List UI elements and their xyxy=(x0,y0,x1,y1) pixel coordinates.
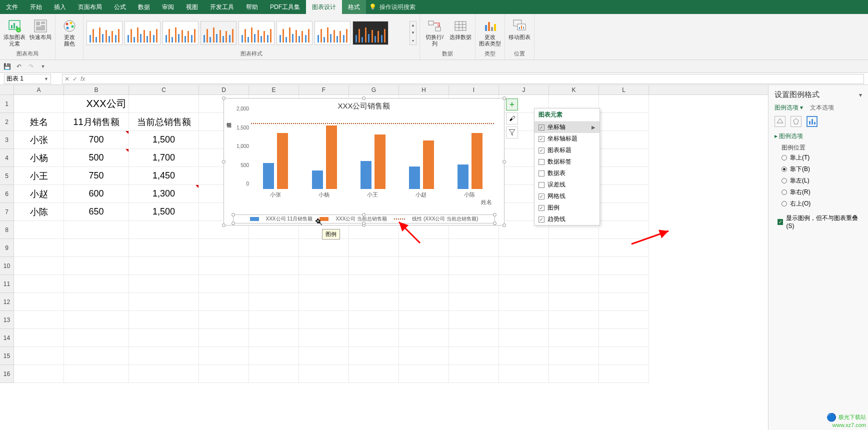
tab-help[interactable]: 帮助 xyxy=(240,0,264,14)
cell[interactable] xyxy=(399,347,449,365)
add-chart-element-button[interactable]: + 添加图表 元素 xyxy=(3,16,26,47)
cell[interactable]: 700 xyxy=(64,131,129,149)
cell[interactable] xyxy=(599,293,649,311)
show-legend-checkbox[interactable]: ✓ xyxy=(778,219,783,225)
cell[interactable]: 小陈 xyxy=(14,203,64,221)
formula-bar[interactable]: ✕ ✓ fx xyxy=(62,74,864,84)
cell[interactable] xyxy=(199,239,249,257)
cell[interactable] xyxy=(14,239,64,257)
cell[interactable] xyxy=(299,311,349,329)
row-header[interactable]: 12 xyxy=(0,293,14,311)
cell[interactable] xyxy=(129,293,199,311)
cell[interactable] xyxy=(14,365,64,383)
flyout-item-gridline[interactable]: ✓网格线 xyxy=(534,190,600,202)
cell[interactable] xyxy=(129,311,199,329)
cell[interactable] xyxy=(14,293,64,311)
cell[interactable] xyxy=(129,329,199,347)
cell[interactable]: 600 xyxy=(64,185,129,203)
tab-dev[interactable]: 开发工具 xyxy=(204,0,240,14)
flyout-item-legend[interactable]: ✓图例 xyxy=(534,202,600,214)
cell[interactable] xyxy=(249,275,299,293)
col-header[interactable]: I xyxy=(449,85,499,94)
cell[interactable] xyxy=(199,329,249,347)
pane-tab-legend-options[interactable]: 图例选项 ▾ xyxy=(774,104,803,112)
cell[interactable] xyxy=(129,221,199,239)
cell[interactable] xyxy=(64,347,129,365)
tellme-search[interactable]: 💡 操作说明搜索 xyxy=(369,3,416,12)
checkbox[interactable]: ✓ xyxy=(538,136,544,142)
cell[interactable] xyxy=(549,275,599,293)
flyout-item-trend[interactable]: ✓趋势线 xyxy=(534,214,600,225)
cell[interactable] xyxy=(249,329,299,347)
cell[interactable] xyxy=(349,239,399,257)
row-header[interactable]: 8 xyxy=(0,221,14,239)
row-header[interactable]: 1 xyxy=(0,95,14,113)
cell[interactable] xyxy=(349,329,399,347)
cell[interactable] xyxy=(499,347,549,365)
cell[interactable] xyxy=(349,293,399,311)
col-header[interactable]: A xyxy=(14,85,64,94)
legend-position-option[interactable]: 靠右(R) xyxy=(774,186,862,198)
cell[interactable] xyxy=(499,257,549,275)
chart-title[interactable]: XXX公司销售额 xyxy=(224,98,504,114)
cell[interactable] xyxy=(249,347,299,365)
cell[interactable] xyxy=(549,365,599,383)
cell[interactable] xyxy=(399,257,449,275)
cell[interactable] xyxy=(349,257,399,275)
col-header[interactable]: G xyxy=(349,85,399,94)
cell[interactable]: 1,500 xyxy=(129,203,199,221)
flyout-item-axis[interactable]: ✓坐标轴▶ xyxy=(534,122,600,133)
cell[interactable] xyxy=(549,347,599,365)
cell[interactable] xyxy=(399,329,449,347)
change-colors-button[interactable]: 更改 颜色 xyxy=(58,16,81,47)
legend-area[interactable]: XXX公司 11月销售额XXX公司 当前总销售额线性 (XXX公司 当前总销售额… xyxy=(224,212,504,225)
cell[interactable] xyxy=(549,329,599,347)
change-chart-type-button[interactable]: 更改 图表类型 xyxy=(478,16,502,47)
tab-data[interactable]: 数据 xyxy=(132,0,156,14)
flyout-item-charttitle[interactable]: ✓图表标题 xyxy=(534,144,600,156)
row-header[interactable]: 2 xyxy=(0,113,14,131)
qat-dropdown-icon[interactable]: ▼ xyxy=(39,62,47,70)
cell[interactable] xyxy=(499,365,549,383)
style-thumb[interactable] xyxy=(276,21,312,45)
cell[interactable]: 当前总销售额 xyxy=(129,113,199,131)
confirm-icon[interactable]: ✓ xyxy=(72,76,78,82)
cell[interactable]: 1,450 xyxy=(129,167,199,185)
cell[interactable] xyxy=(199,311,249,329)
cell[interactable] xyxy=(599,221,649,239)
move-chart-button[interactable]: 移动图表 xyxy=(508,16,531,40)
style-thumb[interactable] xyxy=(238,21,274,45)
checkbox[interactable]: ✓ xyxy=(538,194,544,200)
cell[interactable] xyxy=(449,365,499,383)
row-header[interactable]: 11 xyxy=(0,275,14,293)
cell[interactable] xyxy=(349,347,399,365)
cell[interactable] xyxy=(499,329,549,347)
cell[interactable] xyxy=(449,239,499,257)
cell[interactable]: 1,300 xyxy=(129,185,199,203)
cell[interactable] xyxy=(299,329,349,347)
legend-position-option[interactable]: 靠下(B) xyxy=(774,164,862,175)
save-icon[interactable]: 💾 xyxy=(3,62,11,70)
tab-home[interactable]: 开始 xyxy=(24,0,48,14)
row-header[interactable]: 3 xyxy=(0,131,14,149)
cell[interactable] xyxy=(14,275,64,293)
cell[interactable]: 650 xyxy=(64,203,129,221)
cell[interactable] xyxy=(599,185,649,203)
cell[interactable] xyxy=(599,203,649,221)
col-header[interactable]: F xyxy=(299,85,349,94)
cell[interactable] xyxy=(129,257,199,275)
cell[interactable] xyxy=(549,293,599,311)
cell[interactable] xyxy=(14,329,64,347)
style-thumb[interactable] xyxy=(314,21,350,45)
cell[interactable]: 小王 xyxy=(14,167,64,185)
tab-view[interactable]: 视图 xyxy=(180,0,204,14)
cell[interactable] xyxy=(249,239,299,257)
cell[interactable] xyxy=(599,239,649,257)
tab-chartdesign[interactable]: 图表设计 xyxy=(306,0,342,14)
tab-layout[interactable]: 页面布局 xyxy=(72,0,108,14)
cell[interactable] xyxy=(599,131,649,149)
col-header[interactable]: J xyxy=(499,85,549,94)
col-header[interactable]: L xyxy=(599,85,649,94)
pane-tab-text-options[interactable]: 文本选项 xyxy=(810,104,834,112)
legend-position-option[interactable]: 靠上(T) xyxy=(774,152,862,164)
